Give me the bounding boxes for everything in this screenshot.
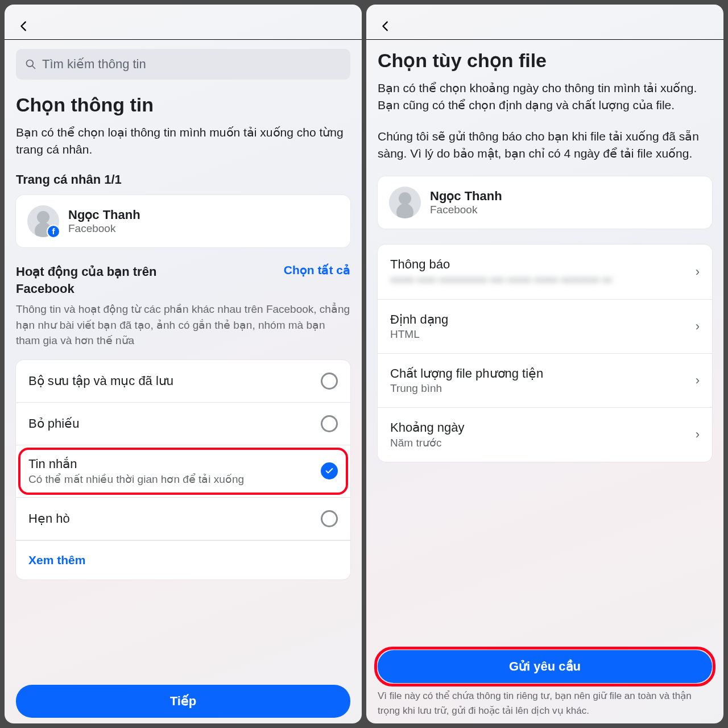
page-title: Chọn tùy chọn file <box>378 49 712 72</box>
profile-card: Ngọc Thanh Facebook <box>378 176 712 229</box>
item-subtitle: Có thể mất nhiều thời gian hơn để tải xu… <box>28 473 314 486</box>
continue-button[interactable]: Tiếp <box>16 685 350 718</box>
profile-card: f Ngọc Thanh Facebook <box>16 195 350 247</box>
bottom-bar: Tiếp <box>5 675 362 723</box>
option-media-quality[interactable]: Chất lượng file phương tiện Trung bình › <box>378 354 712 408</box>
avatar: f <box>27 205 59 237</box>
chevron-right-icon: › <box>696 319 700 334</box>
activity-title: Hoạt động của bạn trên Facebook <box>16 263 204 297</box>
list-item-collections[interactable]: Bộ sưu tập và mục đã lưu <box>16 360 350 403</box>
option-format[interactable]: Định dạng HTML › <box>378 300 712 354</box>
page-description-1: Bạn có thể chọn khoảng ngày cho thông ti… <box>378 80 712 114</box>
profile-name: Ngọc Thanh <box>430 189 502 204</box>
info-list: Bộ sưu tập và mục đã lưu Bỏ phiếu Tin nh… <box>16 360 350 580</box>
list-item-messages[interactable]: Tin nhắn Có thể mất nhiều thời gian hơn … <box>16 445 350 498</box>
options-list: Thông báo xxxxx xxxx xxxxxxxxxx xxx xxxx… <box>378 245 712 462</box>
profile-count-label: Trang cá nhân 1/1 <box>16 172 350 187</box>
list-item-voting[interactable]: Bỏ phiếu <box>16 403 350 445</box>
continue-button-label: Tiếp <box>170 694 197 708</box>
chevron-right-icon: › <box>696 264 700 279</box>
chevron-left-icon <box>379 20 392 32</box>
list-item-dating[interactable]: Hẹn hò <box>16 498 350 540</box>
profile-platform: Facebook <box>68 222 140 235</box>
search-placeholder: Tìm kiếm thông tin <box>42 57 146 72</box>
search-input[interactable]: Tìm kiếm thông tin <box>16 49 350 80</box>
page-title: Chọn thông tin <box>16 93 350 116</box>
page-description-2: Chúng tôi sẽ gửi thông báo cho bạn khi f… <box>378 128 712 163</box>
profile-name: Ngọc Thanh <box>68 208 140 222</box>
avatar <box>389 187 421 218</box>
select-all-link[interactable]: Chọn tất cả <box>284 263 350 277</box>
search-icon <box>25 59 36 70</box>
radio-unchecked-icon <box>321 373 338 390</box>
item-title: Bỏ phiếu <box>28 416 314 431</box>
item-title: Tin nhắn <box>28 457 314 471</box>
page-description: Bạn có thể chọn loại thông tin mình muốn… <box>16 124 350 159</box>
content: Chọn tùy chọn file Bạn có thể chọn khoản… <box>366 40 723 640</box>
option-date-range[interactable]: Khoảng ngày Năm trước › <box>378 408 712 462</box>
activity-header: Hoạt động của bạn trên Facebook Chọn tất… <box>16 263 350 297</box>
item-title: Bộ sưu tập và mục đã lưu <box>28 374 314 388</box>
facebook-badge-icon: f <box>47 225 60 238</box>
profile-platform: Facebook <box>430 204 502 216</box>
header <box>5 5 362 40</box>
chevron-right-icon: › <box>696 373 700 388</box>
screen-file-options: Chọn tùy chọn file Bạn có thể chọn khoản… <box>366 5 723 723</box>
screen-select-info: Tìm kiếm thông tin Chọn thông tin Bạn có… <box>5 5 362 723</box>
header <box>366 5 723 40</box>
option-value: Trung bình <box>390 382 689 395</box>
submit-button-label: Gửi yêu cầu <box>509 659 581 673</box>
back-button[interactable] <box>16 18 32 34</box>
footer-note: Vì file này có thể chứa thông tin riêng … <box>378 683 712 718</box>
radio-unchecked-icon <box>321 415 338 432</box>
chevron-left-icon <box>18 20 30 32</box>
bottom-bar: Gửi yêu cầu Vì file này có thể chứa thôn… <box>366 640 723 723</box>
option-title: Chất lượng file phương tiện <box>390 366 689 381</box>
option-title: Khoảng ngày <box>390 420 689 435</box>
check-on-icon <box>321 462 338 479</box>
option-value-blurred: xxxxx xxxx xxxxxxxxxx xxx xxxxx xxxxx xx… <box>390 273 689 287</box>
chevron-right-icon: › <box>696 427 700 442</box>
option-title: Thông báo <box>390 257 689 272</box>
radio-unchecked-icon <box>321 510 338 527</box>
activity-description: Thông tin và hoạt động từ các phần khác … <box>16 301 350 349</box>
see-more-link[interactable]: Xem thêm <box>16 540 350 580</box>
option-title: Định dạng <box>390 312 689 327</box>
content: Tìm kiếm thông tin Chọn thông tin Bạn có… <box>5 40 362 675</box>
svg-line-1 <box>32 66 35 69</box>
option-value: HTML <box>390 328 689 341</box>
option-value: Năm trước <box>390 436 689 449</box>
submit-button[interactable]: Gửi yêu cầu <box>378 650 712 683</box>
back-button[interactable] <box>378 18 394 34</box>
option-notification[interactable]: Thông báo xxxxx xxxx xxxxxxxxxx xxx xxxx… <box>378 245 712 300</box>
item-title: Hẹn hò <box>28 511 314 526</box>
